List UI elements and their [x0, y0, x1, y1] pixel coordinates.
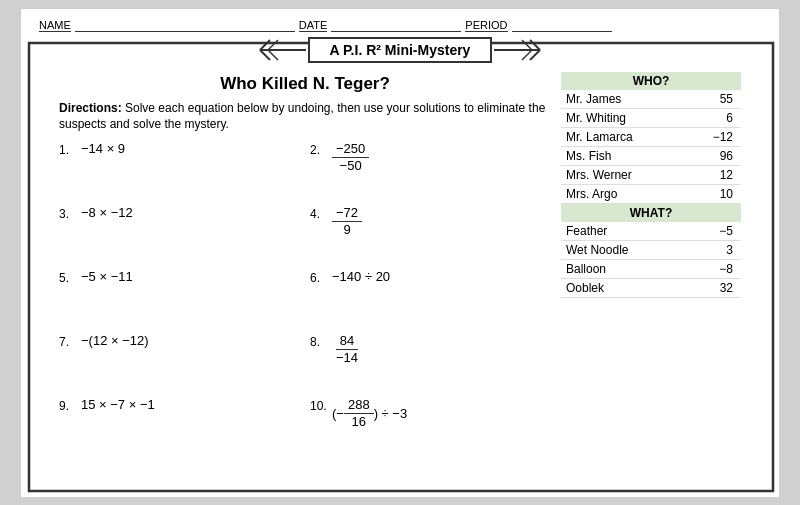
problem-5-num: 5.	[59, 269, 81, 285]
problem-6: 6. −140 ÷ 20	[310, 269, 551, 311]
problem-9-num: 9.	[59, 397, 81, 413]
main-title: Who Killed N. Teger?	[59, 74, 551, 94]
problem-8-expr: 84 −14	[332, 333, 551, 365]
content-area: Who Killed N. Teger? Directions: Solve e…	[59, 72, 741, 462]
suspect-mr-james: Mr. James 55	[561, 90, 741, 109]
problem-10-num: 10.	[310, 397, 332, 413]
suspect-ms-fish-name: Ms. Fish	[561, 146, 686, 165]
date-label: DATE	[299, 19, 328, 32]
banner-box: A P.I. R² Mini-Mystery	[308, 37, 493, 63]
problem-9-expr: 15 × −7 × −1	[81, 397, 300, 412]
suspect-mr-lamarca-name: Mr. Lamarca	[561, 127, 686, 146]
problem-3-num: 3.	[59, 205, 81, 221]
period-field	[512, 19, 612, 32]
problem-10-fraction: 288 16	[344, 397, 374, 429]
suspect-mrs-werner-name: Mrs. Werner	[561, 165, 686, 184]
suspect-mrs-argo: Mrs. Argo 10	[561, 184, 741, 203]
header-line: NAME DATE PERIOD	[39, 19, 761, 32]
problem-1-num: 1.	[59, 141, 81, 157]
suspect-mr-whiting: Mr. Whiting 6	[561, 108, 741, 127]
suspect-mr-whiting-value: 6	[686, 108, 741, 127]
directions: Directions: Solve each equation below by…	[59, 100, 551, 134]
suspect-mr-lamarca: Mr. Lamarca −12	[561, 127, 741, 146]
what-wet-noodle-value: 3	[686, 240, 741, 259]
problem-4-expr: −72 9	[332, 205, 551, 237]
period-label: PERIOD	[465, 19, 507, 32]
directions-text: Solve each equation below by undoing, th…	[59, 101, 545, 132]
problem-10-denom: 16	[348, 414, 370, 430]
what-feather: Feather −5	[561, 222, 741, 241]
problem-8: 8. 84 −14	[310, 333, 551, 375]
directions-label: Directions:	[59, 101, 122, 115]
what-feather-value: −5	[686, 222, 741, 241]
what-ooblek-value: 32	[686, 278, 741, 297]
problem-2: 2. −250 −50	[310, 141, 551, 183]
what-feather-name: Feather	[561, 222, 686, 241]
problem-3: 3. −8 × −12	[59, 205, 300, 247]
suspect-ms-fish-value: 96	[686, 146, 741, 165]
date-field	[331, 19, 461, 32]
problem-8-fraction: 84 −14	[332, 333, 362, 365]
problems-grid: 1. −14 × 9 2. −250 −50	[59, 141, 551, 461]
what-ooblek-name: Ooblek	[561, 278, 686, 297]
problem-8-denom: −14	[332, 350, 362, 366]
banner-arrow-left	[258, 36, 308, 64]
problem-5: 5. −5 × −11	[59, 269, 300, 311]
suspect-ms-fish: Ms. Fish 96	[561, 146, 741, 165]
worksheet-page: NAME DATE PERIOD A P.I. R² Mini-Mystery	[20, 8, 780, 498]
problem-9: 9. 15 × −7 × −1	[59, 397, 300, 439]
problem-7-num: 7.	[59, 333, 81, 349]
right-panel: WHO? Mr. James 55 Mr. Whiting 6 Mr. Lama…	[561, 72, 741, 462]
problem-4-num: 4.	[310, 205, 332, 221]
problem-2-numer: −250	[332, 141, 369, 158]
name-field	[75, 19, 295, 32]
suspect-mr-whiting-name: Mr. Whiting	[561, 108, 686, 127]
what-balloon-value: −8	[686, 259, 741, 278]
problem-4-fraction: −72 9	[332, 205, 362, 237]
suspect-mrs-argo-value: 10	[686, 184, 741, 203]
problem-4-numer: −72	[332, 205, 362, 222]
problem-1-expr: −14 × 9	[81, 141, 300, 156]
problem-7: 7. −(12 × −12)	[59, 333, 300, 375]
problem-2-denom: −50	[336, 158, 366, 174]
problem-8-num: 8.	[310, 333, 332, 349]
what-balloon: Balloon −8	[561, 259, 741, 278]
problem-2-expr: −250 −50	[332, 141, 551, 173]
banner-arrow-right	[492, 36, 542, 64]
suspect-mrs-werner-value: 12	[686, 165, 741, 184]
what-ooblek: Ooblek 32	[561, 278, 741, 297]
problem-8-numer: 84	[336, 333, 358, 350]
who-header: WHO?	[561, 72, 741, 90]
left-panel: Who Killed N. Teger? Directions: Solve e…	[59, 72, 561, 462]
problem-5-expr: −5 × −11	[81, 269, 300, 284]
what-wet-noodle: Wet Noodle 3	[561, 240, 741, 259]
problem-1: 1. −14 × 9	[59, 141, 300, 183]
suspect-mrs-argo-name: Mrs. Argo	[561, 184, 686, 203]
suspect-mr-james-name: Mr. James	[561, 90, 686, 109]
problem-4: 4. −72 9	[310, 205, 551, 247]
what-wet-noodle-name: Wet Noodle	[561, 240, 686, 259]
problem-2-fraction: −250 −50	[332, 141, 369, 173]
who-header-row: WHO?	[561, 72, 741, 90]
suspect-table: WHO? Mr. James 55 Mr. Whiting 6 Mr. Lama…	[561, 72, 741, 298]
banner-row: A P.I. R² Mini-Mystery	[39, 36, 761, 64]
problem-4-denom: 9	[339, 222, 354, 238]
problem-10: 10. (− 288 16 ) ÷ −3	[310, 397, 551, 439]
problem-2-num: 2.	[310, 141, 332, 157]
problem-3-expr: −8 × −12	[81, 205, 300, 220]
problem-6-expr: −140 ÷ 20	[332, 269, 551, 284]
name-label: NAME	[39, 19, 71, 32]
problem-7-expr: −(12 × −12)	[81, 333, 300, 348]
suspect-mrs-werner: Mrs. Werner 12	[561, 165, 741, 184]
what-balloon-name: Balloon	[561, 259, 686, 278]
problem-6-num: 6.	[310, 269, 332, 285]
banner-title: A P.I. R² Mini-Mystery	[330, 42, 471, 58]
what-header: WHAT?	[561, 203, 741, 222]
what-header-row: WHAT?	[561, 203, 741, 222]
suspect-mr-james-value: 55	[686, 90, 741, 109]
problem-10-expr: (− 288 16 ) ÷ −3	[332, 397, 551, 429]
suspect-mr-lamarca-value: −12	[686, 127, 741, 146]
problem-10-numer: 288	[344, 397, 374, 414]
